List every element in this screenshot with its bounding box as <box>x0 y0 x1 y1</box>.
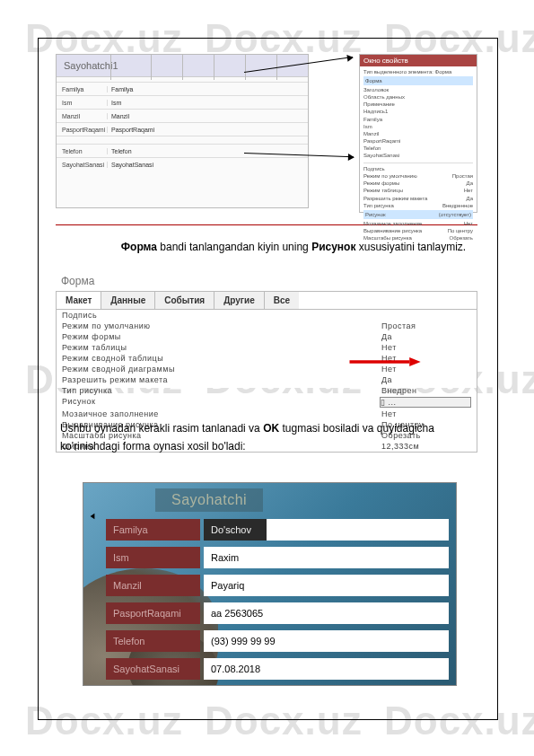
field-value[interactable]: Raxim <box>204 547 449 568</box>
property-row: Разрешить режим макетаДа <box>57 374 477 385</box>
properties-panel: Окно свойств Тип выделенного элемента: Ф… <box>359 54 477 213</box>
property-row: Мозаичное заполнениеНет <box>57 409 477 419</box>
properties-panel-title: Окно свойств <box>360 55 477 66</box>
property-row: Подпись <box>57 310 477 321</box>
field-value[interactable]: 07.08.2018 <box>204 658 449 680</box>
property-row: Режим по умолчаниюПростая <box>57 321 477 331</box>
field-label: Telefon <box>106 630 200 652</box>
form-result-screenshot: Sayohatchi Familya Do'schov Ism Raxim Ma… <box>83 482 457 686</box>
form-field-row: IsmIsm <box>57 95 308 109</box>
form-field-row: TelefonTelefon <box>57 144 308 157</box>
field-value[interactable]: (93) 999 99 99 <box>204 630 449 652</box>
form-field-row: Telefon (93) 999 99 99 <box>106 630 449 652</box>
form-field-row: PasportRaqamiPasportRaqami <box>57 122 308 136</box>
field-label: PasportRaqami <box>106 602 200 624</box>
properties-window-title: Форма <box>56 271 477 291</box>
form-field-row: Familya Do'schov <box>106 519 449 541</box>
properties-tabs: Макет Данные События Другие Все <box>56 291 477 310</box>
field-value[interactable]: aa 2563065 <box>204 602 449 624</box>
field-label: SayohatSanasi <box>106 658 200 680</box>
page-content: Sayohatchi1 FamilyaFamilya IsmIsm Manzil… <box>38 38 496 718</box>
form-field-row: ManzilManzil <box>57 109 308 122</box>
properties-panel-list: Тип выделенного элемента: Форма Форма За… <box>360 66 477 243</box>
property-row-picture[interactable]: Рисунок▯ ... <box>57 396 477 409</box>
record-nav-icon[interactable] <box>89 508 96 517</box>
tab-data[interactable]: Данные <box>101 292 155 309</box>
tab-other[interactable]: Другие <box>214 292 265 309</box>
field-value[interactable]: Do'schov <box>204 519 267 541</box>
form-field-row: Ism Raxim <box>106 547 449 568</box>
red-arrow-annotation <box>343 354 424 363</box>
form-field-row: Manzil Payariq <box>106 575 449 596</box>
body-text-1: Форма bandi tanlangandan kiyin uning Рис… <box>101 238 486 256</box>
properties-window-screenshot: Форма Макет Данные События Другие Все По… <box>56 271 477 388</box>
form-designer-screenshot: Sayohatchi1 FamilyaFamilya IsmIsm Manzil… <box>56 54 477 225</box>
form-field-row <box>57 136 308 144</box>
form-field-row: SayohatSanasi 07.08.2018 <box>106 658 449 680</box>
form-design-canvas: Sayohatchi1 FamilyaFamilya IsmIsm Manzil… <box>56 54 309 208</box>
form-field-row: PasportRaqami aa 2563065 <box>106 602 449 624</box>
property-row: Режим таблицыНет <box>57 342 477 353</box>
property-row: Режим формыДа <box>57 331 477 342</box>
form-title: Sayohatchi <box>155 488 263 512</box>
form-field-row: SayohatSanasiSayohatSanasi <box>57 157 308 171</box>
tab-all[interactable]: Все <box>265 292 299 309</box>
field-label: Familya <box>106 519 200 541</box>
field-label: Ism <box>106 547 200 568</box>
tab-events[interactable]: События <box>155 292 214 309</box>
body-text-2: Ushbu oynadan kerakli rasim tanlanadi va… <box>60 419 473 456</box>
tab-layout[interactable]: Макет <box>57 292 101 309</box>
field-label: Manzil <box>106 575 200 596</box>
form-field-row: FamilyaFamilya <box>57 82 308 95</box>
field-value[interactable]: Payariq <box>204 575 449 596</box>
property-row: Тип рисункаВнедрен <box>57 385 477 396</box>
